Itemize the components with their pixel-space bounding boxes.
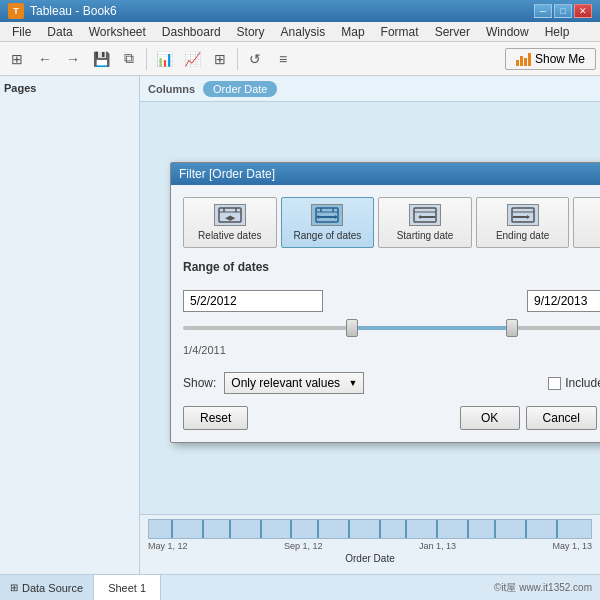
filter-dialog: Filter [Order Date] ✕ xyxy=(170,162,600,443)
toolbar-table[interactable]: ⊞ xyxy=(207,46,233,72)
sheet1-tab[interactable]: Sheet 1 xyxy=(94,575,161,600)
reset-button[interactable]: Reset xyxy=(183,406,248,430)
menu-file[interactable]: File xyxy=(4,23,39,41)
range-min-max: 1/4/2011 12/31/2014 xyxy=(183,344,600,356)
pages-label: Pages xyxy=(4,80,135,96)
slider-thumb-left[interactable] xyxy=(346,319,358,337)
menu-map[interactable]: Map xyxy=(333,23,372,41)
status-bar: ⊞ Data Source Sheet 1 ©it屋 www.it1352.co… xyxy=(0,574,600,600)
menu-analysis[interactable]: Analysis xyxy=(273,23,334,41)
watermark-text: ©it屋 www.it1352.com xyxy=(494,581,592,595)
min-date-label: 1/4/2011 xyxy=(183,344,226,356)
range-dates-icon xyxy=(311,204,343,226)
maximize-button[interactable]: □ xyxy=(554,4,572,18)
range-section-label: Range of dates xyxy=(183,260,600,274)
range-dates-label: Range of dates xyxy=(293,230,361,241)
show-label: Show: xyxy=(183,376,216,390)
show-row: Show: Only relevant values ▼ Include Nul… xyxy=(183,372,600,394)
ok-button[interactable]: OK xyxy=(460,406,520,430)
show-select-dropdown[interactable]: Only relevant values ▼ xyxy=(224,372,364,394)
toolbar-filter[interactable]: ≡ xyxy=(270,46,296,72)
dialog-title-bar: Filter [Order Date] ✕ xyxy=(171,163,600,185)
title-text: Tableau - Book6 xyxy=(30,4,117,18)
slider-container xyxy=(183,318,600,338)
minimize-button[interactable]: ─ xyxy=(534,4,552,18)
toolbar-copy[interactable]: ⧉ xyxy=(116,46,142,72)
svg-rect-12 xyxy=(414,208,436,222)
dialog-title-text: Filter [Order Date] xyxy=(179,167,275,181)
menu-format[interactable]: Format xyxy=(373,23,427,41)
canvas-area: Columns Order Date xyxy=(140,76,600,574)
slider-track xyxy=(183,326,600,330)
tab-relative-dates[interactable]: ◀▶ Relative dates xyxy=(183,197,277,248)
tableau-icon: T xyxy=(8,3,24,19)
tab-range-of-dates[interactable]: Range of dates xyxy=(281,197,375,248)
null-checkbox-area: Include Null Values xyxy=(548,376,600,390)
toolbar-forward[interactable]: → xyxy=(60,46,86,72)
window-controls: ─ □ ✕ xyxy=(534,4,592,18)
relative-dates-icon: ◀▶ xyxy=(214,204,246,226)
slider-thumb-right[interactable] xyxy=(506,319,518,337)
ending-date-icon xyxy=(507,204,539,226)
menu-bar: File Data Worksheet Dashboard Story Anal… xyxy=(0,22,600,42)
tab-buttons: ◀▶ Relative dates xyxy=(183,197,600,248)
menu-dashboard[interactable]: Dashboard xyxy=(154,23,229,41)
menu-story[interactable]: Story xyxy=(229,23,273,41)
svg-rect-16 xyxy=(512,208,534,222)
svg-text:◀▶: ◀▶ xyxy=(225,214,236,221)
starting-date-label: Starting date xyxy=(397,230,454,241)
dialog-buttons: Reset OK Cancel Apply xyxy=(183,406,600,430)
title-bar: T Tableau - Book6 ─ □ ✕ xyxy=(0,0,600,22)
menu-window[interactable]: Window xyxy=(478,23,537,41)
menu-data[interactable]: Data xyxy=(39,23,80,41)
null-values-checkbox[interactable] xyxy=(548,377,561,390)
bar-chart-icon xyxy=(516,52,531,66)
show-select-value: Only relevant values xyxy=(231,376,340,390)
menu-help[interactable]: Help xyxy=(537,23,578,41)
svg-rect-5 xyxy=(316,208,338,222)
toolbar-save[interactable]: 💾 xyxy=(88,46,114,72)
dropdown-arrow-icon: ▼ xyxy=(348,378,357,388)
close-button[interactable]: ✕ xyxy=(574,4,592,18)
toolbar-chart1[interactable]: 📊 xyxy=(151,46,177,72)
toolbar-refresh[interactable]: ↺ xyxy=(242,46,268,72)
toolbar-home[interactable]: ⊞ xyxy=(4,46,30,72)
ending-date-label: Ending date xyxy=(496,230,549,241)
tab-starting-date[interactable]: Starting date xyxy=(378,197,472,248)
show-me-button[interactable]: Show Me xyxy=(505,48,596,70)
date-range-row xyxy=(183,290,600,312)
relative-dates-label: Relative dates xyxy=(198,230,261,241)
tab-special[interactable]: Special xyxy=(573,197,600,248)
title-bar-left: T Tableau - Book6 xyxy=(8,3,117,19)
toolbar-back[interactable]: ← xyxy=(32,46,58,72)
col-row-header: Columns Order Date xyxy=(140,76,600,102)
svg-marker-15 xyxy=(418,215,421,219)
main-area: Pages Columns Order Date xyxy=(0,76,600,574)
show-me-label: Show Me xyxy=(535,52,585,66)
status-bar-right: ©it屋 www.it1352.com xyxy=(486,581,600,595)
dialog-buttons-right: OK Cancel Apply xyxy=(460,406,600,430)
null-values-label: Include Null Values xyxy=(565,376,600,390)
cancel-button[interactable]: Cancel xyxy=(526,406,597,430)
toolbar: ⊞ ← → 💾 ⧉ 📊 📈 ⊞ ↺ ≡ Show Me xyxy=(0,42,600,76)
left-sidebar: Pages xyxy=(0,76,140,574)
start-date-input[interactable] xyxy=(183,290,323,312)
toolbar-divider-2 xyxy=(237,48,238,70)
starting-date-icon xyxy=(409,204,441,226)
data-source-label: Data Source xyxy=(22,582,83,594)
data-source-icon: ⊞ xyxy=(10,582,18,593)
dialog-body: ◀▶ Relative dates xyxy=(171,185,600,442)
tab-ending-date[interactable]: Ending date xyxy=(476,197,570,248)
svg-marker-19 xyxy=(527,215,530,219)
menu-server[interactable]: Server xyxy=(427,23,478,41)
dialog-overlay: Filter [Order Date] ✕ xyxy=(140,102,600,548)
order-date-pill[interactable]: Order Date xyxy=(203,81,277,97)
menu-worksheet[interactable]: Worksheet xyxy=(81,23,154,41)
columns-label: Columns xyxy=(148,83,195,95)
timeline-axis-label: Order Date xyxy=(148,553,592,564)
toolbar-chart2[interactable]: 📈 xyxy=(179,46,205,72)
end-date-input[interactable] xyxy=(527,290,600,312)
data-source-tab[interactable]: ⊞ Data Source xyxy=(0,575,94,600)
toolbar-divider-1 xyxy=(146,48,147,70)
